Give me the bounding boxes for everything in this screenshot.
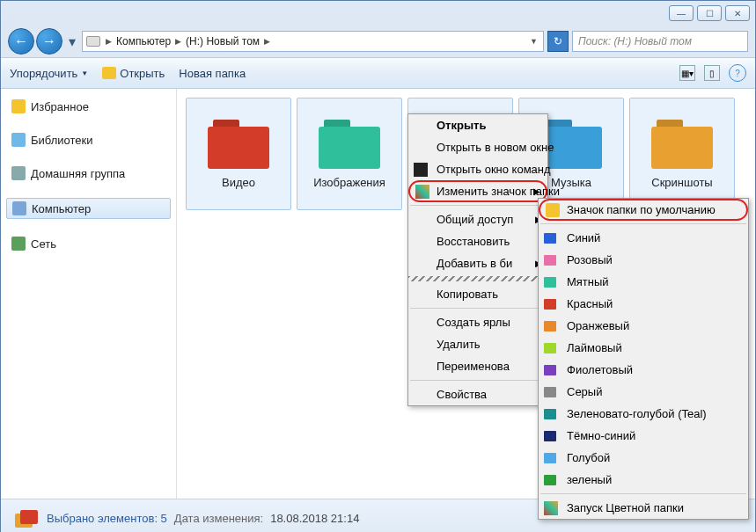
ctx-delete[interactable]: Удалить (408, 333, 547, 355)
folder-icon (319, 120, 380, 169)
sub-default-icon[interactable]: Значок папки по умолчанию (539, 199, 748, 221)
color-swatch-icon (544, 341, 558, 355)
folder-item[interactable]: Видео (186, 98, 291, 210)
separator (410, 205, 546, 206)
ctx-rename[interactable]: Переименова (408, 355, 547, 377)
address-bar[interactable]: ▶ Компьютер ▶ (H:) Новый том ▶ ▼ (82, 31, 544, 52)
sidebar-item-homegroup[interactable]: Домашняя группа (1, 163, 176, 184)
organize-button[interactable]: Упорядочить ▼ (10, 67, 88, 80)
toolbar: Упорядочить ▼ Открыть Новая папка ▦▾ ▯ ? (1, 57, 755, 89)
close-button[interactable]: ✕ (725, 5, 750, 21)
sub-color-option[interactable]: Фиолетовый (539, 359, 748, 381)
date-value: 18.08.2018 21:14 (270, 512, 359, 525)
libraries-icon (11, 133, 26, 147)
folder-item[interactable]: Изображения (297, 98, 402, 210)
breadcrumb-segment[interactable]: (H:) Новый том (183, 35, 262, 47)
ctx-copy[interactable]: Копировать (408, 283, 547, 305)
maximize-button[interactable]: ☐ (697, 5, 722, 21)
separator (410, 380, 546, 381)
sub-launch-app[interactable]: Запуск Цветной папки (539, 497, 748, 519)
ctx-open-new-window[interactable]: Открыть в новом окне (408, 136, 547, 158)
color-swatch-icon (544, 253, 558, 267)
search-input[interactable]: Поиск: (H:) Новый том (572, 31, 748, 52)
sub-color-option[interactable]: Голубой (539, 447, 748, 469)
help-button[interactable]: ? (729, 64, 746, 82)
ctx-create-shortcut[interactable]: Создать ярлы (408, 311, 547, 333)
color-swatch-icon (544, 297, 558, 311)
folder-icon (651, 120, 713, 169)
separator (410, 308, 546, 309)
color-submenu: Значок папки по умолчанию СинийРозовыйМя… (538, 198, 749, 520)
selection-count: Выбрано элементов: 5 (47, 512, 167, 525)
sub-color-option[interactable]: Синий (539, 227, 748, 249)
svg-rect-1 (20, 510, 38, 524)
sub-color-option[interactable]: Оранжевый (539, 315, 748, 337)
titlebar: — ☐ ✕ (1, 1, 755, 26)
sidebar-item-libraries[interactable]: Библиотеки (1, 129, 176, 150)
color-swatch-icon (544, 429, 558, 443)
separator (540, 493, 746, 494)
palette-icon (544, 501, 558, 515)
sub-color-option[interactable]: Мятный (539, 271, 748, 293)
nav-history-dropdown[interactable]: ▾ (66, 28, 78, 55)
folder-label: Изображения (313, 176, 385, 189)
color-swatch-icon (544, 231, 558, 245)
color-swatch-icon (544, 385, 558, 399)
sub-color-option[interactable]: Лаймовый (539, 337, 748, 359)
breadcrumb-segment[interactable]: Компьютер (114, 35, 173, 47)
color-swatch-icon (544, 451, 558, 465)
chevron-right-icon: ▶ (104, 37, 114, 46)
computer-icon (12, 201, 26, 215)
star-icon (11, 99, 26, 113)
chevron-right-icon: ▶ (262, 37, 272, 46)
new-folder-button[interactable]: Новая папка (179, 67, 246, 80)
refresh-button[interactable]: ↻ (547, 31, 569, 52)
ctx-open-cmd[interactable]: Открыть окно команд (408, 158, 547, 180)
ctx-change-folder-icon[interactable]: Изменить значок папки▶ (408, 180, 547, 202)
sub-color-option[interactable]: Тёмно-синий (539, 425, 748, 447)
sidebar: Избранное Библиотеки Домашняя группа Ком… (1, 89, 177, 499)
back-button[interactable]: ← (8, 28, 34, 55)
folder-label: Скриншоты (651, 176, 712, 189)
sub-color-option[interactable]: Розовый (539, 249, 748, 271)
folder-icon (102, 67, 116, 79)
chevron-right-icon: ▶ (533, 186, 540, 196)
folder-label: Видео (222, 176, 255, 189)
explorer-window: — ☐ ✕ ← → ▾ ▶ Компьютер ▶ (H:) Новый том… (0, 0, 756, 532)
color-swatch-icon (544, 363, 558, 377)
chevron-right-icon: ▶ (173, 37, 183, 46)
color-swatch-icon (544, 319, 558, 333)
cmd-icon (414, 163, 428, 177)
palette-icon (415, 185, 429, 199)
homegroup-icon (11, 166, 26, 180)
view-options-button[interactable]: ▦▾ (679, 65, 695, 81)
sidebar-item-network[interactable]: Сеть (1, 233, 176, 254)
minimize-button[interactable]: — (669, 5, 694, 21)
folder-item[interactable]: Скриншоты (629, 98, 735, 210)
sidebar-item-favorites[interactable]: Избранное (1, 96, 176, 117)
open-button[interactable]: Открыть (102, 67, 165, 80)
sub-color-option[interactable]: зеленый (539, 469, 748, 491)
ctx-restore[interactable]: Восстановить (408, 230, 547, 252)
ctx-share[interactable]: Общий доступ▶ (408, 208, 547, 230)
ctx-add-library[interactable]: Добавить в би▶ (408, 252, 547, 274)
sub-color-option[interactable]: Серый (539, 381, 748, 403)
sub-color-option[interactable]: Красный (539, 293, 748, 315)
date-label: Дата изменения: (174, 512, 263, 525)
drive-icon (86, 36, 100, 47)
folder-icon (546, 203, 560, 217)
address-dropdown-icon[interactable]: ▼ (528, 37, 539, 46)
ctx-open[interactable]: Открыть (408, 114, 547, 136)
network-icon (11, 237, 26, 251)
sidebar-item-computer[interactable]: Компьютер (6, 198, 171, 219)
forward-button[interactable]: → (36, 28, 62, 55)
separator (540, 223, 746, 224)
context-menu: Открыть Открыть в новом окне Открыть окн… (407, 113, 548, 406)
sub-color-option[interactable]: Зеленовато-голубой (Teal) (539, 403, 748, 425)
color-swatch-icon (544, 473, 558, 487)
separator (408, 276, 547, 281)
navbar: ← → ▾ ▶ Компьютер ▶ (H:) Новый том ▶ ▼ ↻… (1, 26, 755, 57)
ctx-properties[interactable]: Свойства (408, 383, 547, 405)
preview-pane-button[interactable]: ▯ (704, 65, 720, 81)
folder-icon (208, 120, 269, 169)
